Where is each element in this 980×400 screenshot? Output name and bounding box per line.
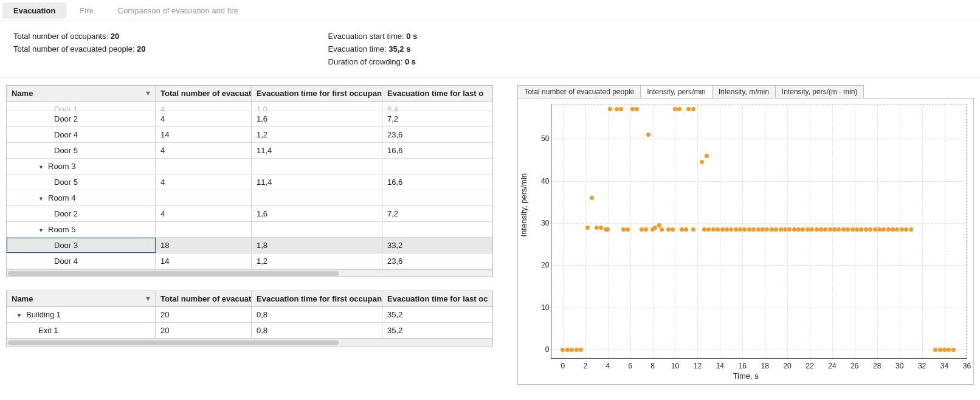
cell-first: 1,6 [252, 111, 382, 126]
table-row[interactable]: ▼Room 5 [7, 222, 492, 238]
grid-header: Name ▼ Total number of evacuated Evacuat… [7, 86, 492, 102]
data-point [561, 348, 565, 352]
table-row[interactable]: Door 141,06,4 [7, 102, 492, 111]
x-tick: 16 [739, 362, 747, 370]
x-tick: 18 [761, 362, 768, 370]
filter-icon[interactable]: ▼ [145, 295, 151, 302]
horizontal-scrollbar[interactable] [7, 339, 492, 346]
cell-first: 0,8 [252, 323, 382, 338]
expand-icon[interactable]: ▼ [38, 164, 46, 170]
tab-evacuation[interactable]: Evacuation [2, 2, 66, 19]
scatter-plot[interactable]: 0102030405002468101214161820222426283032… [551, 105, 967, 359]
x-tick: 20 [783, 362, 791, 370]
expand-icon[interactable]: ▼ [38, 196, 46, 202]
cell-total: 14 [156, 127, 252, 142]
expand-icon[interactable]: ▼ [38, 227, 46, 233]
chart-tab-intensity-m-min[interactable]: Intensity, m/min [712, 85, 776, 98]
data-point [823, 227, 827, 232]
cell-total [156, 159, 252, 174]
table-row[interactable]: Door 5411,416,6 [7, 143, 492, 159]
cell-last: 7,2 [382, 206, 492, 221]
table-row[interactable]: Exit 1200,835,2 [7, 323, 492, 339]
y-axis-label: Intensity, pers/min [519, 173, 528, 237]
cell-total: 20 [156, 323, 252, 338]
data-point [630, 107, 635, 111]
filter-icon[interactable]: ▼ [145, 89, 151, 97]
data-point [646, 133, 650, 137]
horizontal-scrollbar[interactable] [7, 269, 492, 277]
table-row[interactable]: Door 5411,416,6 [7, 174, 492, 190]
data-point [705, 154, 709, 158]
table-row[interactable]: ▼Building 1200,835,2 [7, 307, 492, 323]
data-point [680, 227, 684, 232]
cell-first: 1,0 [252, 102, 382, 111]
expand-icon[interactable]: ▼ [16, 312, 24, 319]
table-row[interactable]: Door 4141,223,6 [7, 253, 492, 269]
summary-line: Total number of occupants: 20 [13, 32, 146, 41]
table-row[interactable]: ▼Room 3 [7, 159, 492, 174]
cell-last: 33,2 [382, 238, 492, 253]
table-row[interactable]: Door 241,67,2 [7, 111, 492, 127]
data-point [644, 227, 648, 232]
data-point [673, 107, 677, 111]
cell-last: 23,6 [382, 127, 492, 142]
tab-comparison[interactable]: Comparison of evacuation and fire [107, 2, 249, 19]
table-row[interactable]: ▼Room 4 [7, 190, 492, 206]
chart-tab-intensity-pers-min[interactable]: Intensity, pers/min [640, 85, 712, 98]
x-tick: 32 [918, 362, 926, 370]
x-tick: 22 [806, 362, 813, 370]
chart-tab-total[interactable]: Total number of evacuated people [517, 85, 641, 98]
cell-total: 14 [156, 253, 252, 269]
buildings-grid: Name ▼ Total number of evacuated Evacuat… [6, 291, 493, 347]
col-last[interactable]: Evacuation time for last oc [382, 291, 492, 306]
data-point [873, 227, 877, 232]
data-point [761, 227, 765, 232]
data-point [729, 227, 733, 232]
data-point [677, 107, 682, 111]
data-point [938, 348, 942, 352]
data-point [815, 227, 819, 232]
cell-total: 18 [156, 238, 252, 253]
col-total[interactable]: Total number of evacuated [156, 86, 252, 101]
data-point [657, 223, 661, 227]
data-point [608, 107, 612, 111]
cell-first: 1,2 [252, 127, 382, 142]
col-first[interactable]: Evacuation time for first occupant, s [252, 86, 382, 101]
col-total[interactable]: Total number of evacuated [156, 291, 252, 306]
data-point [877, 227, 882, 232]
col-last[interactable]: Evacuation time for last o [382, 86, 492, 101]
col-name[interactable]: Name ▼ [7, 291, 156, 306]
data-point [864, 227, 868, 232]
data-point [841, 227, 846, 232]
row-name: Door 4 [54, 130, 78, 139]
chart-tab-intensity-pers-m-min[interactable]: Intensity, pers/(m · min) [775, 85, 864, 98]
col-name[interactable]: Name ▼ [7, 86, 156, 101]
data-point [796, 227, 801, 232]
data-point [575, 348, 579, 352]
data-point [900, 227, 904, 232]
grid-body[interactable]: ▼Building 1200,835,2Exit 1200,835,2 [7, 307, 492, 339]
data-point [686, 107, 691, 111]
data-point [779, 227, 783, 232]
data-point [626, 227, 630, 232]
cell-last: 35,2 [382, 307, 492, 322]
row-name: Door 5 [54, 178, 78, 187]
data-point [810, 227, 814, 232]
row-name: Door 2 [54, 209, 78, 218]
tab-fire[interactable]: Fire [69, 2, 104, 19]
cell-last [382, 190, 492, 205]
y-tick: 20 [531, 261, 549, 269]
data-point [895, 227, 899, 232]
cell-first: 1,2 [252, 253, 382, 269]
cell-total: 4 [156, 111, 252, 126]
data-point [787, 227, 792, 232]
x-tick: 2 [583, 362, 587, 370]
grid-body[interactable]: Door 141,06,4Door 241,67,2Door 4141,223,… [7, 102, 492, 269]
table-row[interactable]: Door 3181,833,2 [7, 238, 492, 253]
cell-last [382, 159, 492, 174]
row-name: Room 5 [48, 225, 76, 234]
table-row[interactable]: Door 241,67,2 [7, 206, 492, 222]
table-row[interactable]: Door 4141,223,6 [7, 127, 492, 143]
cell-last: 23,6 [382, 253, 492, 269]
col-first[interactable]: Evacuation time for first occupant, s [252, 291, 382, 306]
